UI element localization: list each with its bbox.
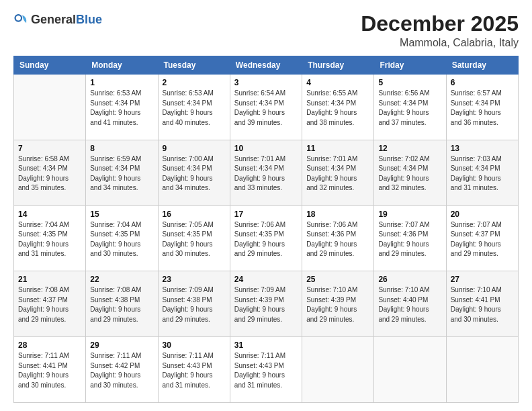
day-info: Sunrise: 7:01 AMSunset: 4:34 PMDaylight:… [234,154,298,193]
calendar-cell: 31Sunrise: 7:11 AMSunset: 4:43 PMDayligh… [230,337,302,403]
weekday-header-tuesday: Tuesday [158,56,230,75]
calendar-cell: 16Sunrise: 7:05 AMSunset: 4:35 PMDayligh… [158,205,230,271]
day-number: 5 [378,78,441,87]
day-number: 31 [234,340,298,350]
month-title: December 2025 [361,12,519,36]
calendar-cell: 18Sunrise: 7:06 AMSunset: 4:36 PMDayligh… [302,205,374,271]
calendar-cell: 6Sunrise: 6:57 AMSunset: 4:34 PMDaylight… [446,75,518,140]
logo-blue: Blue [76,13,102,26]
day-info: Sunrise: 7:11 AMSunset: 4:43 PMDaylight:… [234,351,298,390]
calendar-cell: 4Sunrise: 6:55 AMSunset: 4:34 PMDaylight… [302,75,374,140]
calendar-cell: 17Sunrise: 7:06 AMSunset: 4:35 PMDayligh… [230,205,302,271]
day-info: Sunrise: 7:03 AMSunset: 4:34 PMDaylight:… [451,154,514,193]
day-info: Sunrise: 7:01 AMSunset: 4:34 PMDaylight:… [306,154,369,193]
day-info: Sunrise: 7:04 AMSunset: 4:35 PMDaylight:… [90,220,153,259]
day-info: Sunrise: 7:08 AMSunset: 4:37 PMDaylight:… [18,285,81,324]
calendar-cell [446,337,518,403]
calendar-page: GeneralBlue December 2025 Mammola, Calab… [0,0,532,411]
calendar-cell: 15Sunrise: 7:04 AMSunset: 4:35 PMDayligh… [86,205,158,271]
day-number: 6 [451,78,514,87]
calendar-cell: 7Sunrise: 6:58 AMSunset: 4:34 PMDaylight… [14,140,86,205]
day-number: 13 [451,144,514,153]
day-info: Sunrise: 7:09 AMSunset: 4:38 PMDaylight:… [163,285,226,324]
week-row-3: 14Sunrise: 7:04 AMSunset: 4:35 PMDayligh… [14,205,519,271]
day-info: Sunrise: 6:56 AMSunset: 4:34 PMDaylight:… [378,89,441,128]
calendar-cell: 13Sunrise: 7:03 AMSunset: 4:34 PMDayligh… [446,140,518,205]
weekday-header-monday: Monday [86,56,158,75]
day-info: Sunrise: 7:11 AMSunset: 4:41 PMDaylight:… [18,351,81,390]
week-row-1: 1Sunrise: 6:53 AMSunset: 4:34 PMDaylight… [14,75,519,140]
day-number: 10 [234,144,298,153]
day-number: 18 [306,210,369,219]
calendar-cell [302,337,374,403]
day-info: Sunrise: 7:10 AMSunset: 4:41 PMDaylight:… [451,285,514,324]
day-info: Sunrise: 7:06 AMSunset: 4:36 PMDaylight:… [306,220,369,259]
day-info: Sunrise: 7:09 AMSunset: 4:39 PMDaylight:… [234,285,298,324]
day-number: 11 [306,144,369,153]
location-title: Mammola, Calabria, Italy [361,37,519,49]
day-number: 20 [451,210,514,219]
logo-text: GeneralBlue [31,13,102,27]
day-info: Sunrise: 7:00 AMSunset: 4:34 PMDaylight:… [163,154,226,193]
calendar-cell: 10Sunrise: 7:01 AMSunset: 4:34 PMDayligh… [230,140,302,205]
week-row-2: 7Sunrise: 6:58 AMSunset: 4:34 PMDaylight… [14,140,519,205]
day-number: 3 [234,78,298,87]
day-info: Sunrise: 6:55 AMSunset: 4:34 PMDaylight:… [306,89,369,128]
day-info: Sunrise: 7:10 AMSunset: 4:40 PMDaylight:… [378,285,441,324]
week-row-5: 28Sunrise: 7:11 AMSunset: 4:41 PMDayligh… [14,337,519,403]
header: GeneralBlue December 2025 Mammola, Calab… [13,12,519,49]
day-info: Sunrise: 7:02 AMSunset: 4:34 PMDaylight:… [378,154,441,193]
day-info: Sunrise: 7:08 AMSunset: 4:38 PMDaylight:… [90,285,153,324]
day-number: 1 [90,78,153,87]
day-number: 14 [18,210,81,219]
day-info: Sunrise: 7:07 AMSunset: 4:36 PMDaylight:… [378,220,441,259]
day-info: Sunrise: 7:11 AMSunset: 4:43 PMDaylight:… [163,351,226,390]
day-number: 21 [18,275,81,284]
logo-general: General [31,13,76,26]
calendar-cell: 21Sunrise: 7:08 AMSunset: 4:37 PMDayligh… [14,271,86,337]
day-info: Sunrise: 6:59 AMSunset: 4:34 PMDaylight:… [90,154,153,193]
day-info: Sunrise: 6:58 AMSunset: 4:34 PMDaylight:… [18,154,81,193]
day-info: Sunrise: 7:05 AMSunset: 4:35 PMDaylight:… [163,220,226,259]
day-number: 22 [90,275,153,284]
calendar-cell [14,75,86,140]
weekday-header-saturday: Saturday [446,56,518,75]
day-info: Sunrise: 7:10 AMSunset: 4:39 PMDaylight:… [306,285,369,324]
day-info: Sunrise: 6:57 AMSunset: 4:34 PMDaylight:… [451,89,514,128]
day-number: 27 [451,275,514,284]
calendar-cell: 28Sunrise: 7:11 AMSunset: 4:41 PMDayligh… [14,337,86,403]
day-number: 17 [234,210,298,219]
day-info: Sunrise: 6:53 AMSunset: 4:34 PMDaylight:… [163,89,226,128]
weekday-header-friday: Friday [374,56,446,75]
logo-container: GeneralBlue [13,12,102,27]
calendar-cell: 22Sunrise: 7:08 AMSunset: 4:38 PMDayligh… [86,271,158,337]
day-number: 7 [18,144,81,153]
day-info: Sunrise: 7:07 AMSunset: 4:37 PMDaylight:… [451,220,514,259]
calendar-cell: 30Sunrise: 7:11 AMSunset: 4:43 PMDayligh… [158,337,230,403]
calendar-cell: 23Sunrise: 7:09 AMSunset: 4:38 PMDayligh… [158,271,230,337]
day-number: 2 [163,78,226,87]
logo: GeneralBlue [13,12,102,27]
calendar-cell: 25Sunrise: 7:10 AMSunset: 4:39 PMDayligh… [302,271,374,337]
calendar-cell: 9Sunrise: 7:00 AMSunset: 4:34 PMDaylight… [158,140,230,205]
weekday-header-thursday: Thursday [302,56,374,75]
calendar-cell: 14Sunrise: 7:04 AMSunset: 4:35 PMDayligh… [14,205,86,271]
weekday-header-wednesday: Wednesday [230,56,302,75]
day-number: 19 [378,210,441,219]
calendar-cell: 2Sunrise: 6:53 AMSunset: 4:34 PMDaylight… [158,75,230,140]
day-number: 4 [306,78,369,87]
weekday-header-sunday: Sunday [14,56,86,75]
weekday-header-row: SundayMondayTuesdayWednesdayThursdayFrid… [14,56,519,75]
day-number: 28 [18,340,81,350]
calendar-cell: 11Sunrise: 7:01 AMSunset: 4:34 PMDayligh… [302,140,374,205]
day-info: Sunrise: 6:53 AMSunset: 4:34 PMDaylight:… [90,89,153,128]
calendar-cell: 3Sunrise: 6:54 AMSunset: 4:34 PMDaylight… [230,75,302,140]
day-info: Sunrise: 6:54 AMSunset: 4:34 PMDaylight:… [234,89,298,128]
day-number: 29 [90,340,153,350]
calendar-cell: 29Sunrise: 7:11 AMSunset: 4:42 PMDayligh… [86,337,158,403]
day-info: Sunrise: 7:04 AMSunset: 4:35 PMDaylight:… [18,220,81,259]
calendar-cell: 12Sunrise: 7:02 AMSunset: 4:34 PMDayligh… [374,140,446,205]
calendar-cell: 24Sunrise: 7:09 AMSunset: 4:39 PMDayligh… [230,271,302,337]
day-number: 9 [163,144,226,153]
title-section: December 2025 Mammola, Calabria, Italy [361,12,519,49]
